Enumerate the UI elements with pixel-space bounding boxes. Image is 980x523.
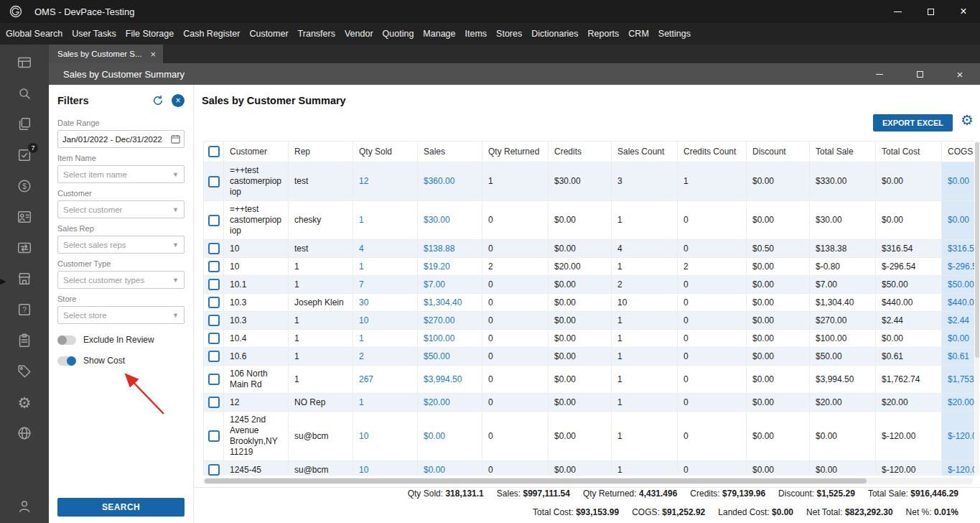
col-discount[interactable]: Discount	[747, 142, 810, 162]
menu-item-settings[interactable]: Settings	[658, 29, 691, 39]
cell-value[interactable]: 12	[359, 176, 368, 186]
col-sales-count[interactable]: Sales Count	[612, 142, 678, 162]
cell-value[interactable]: $0.00	[948, 176, 969, 186]
inner-close-button[interactable]: ×	[940, 63, 980, 85]
cell-value[interactable]: $0.00	[424, 431, 445, 441]
sidebar-item-user[interactable]	[17, 499, 32, 514]
cell-value[interactable]: $440.00	[948, 297, 974, 307]
cell-value[interactable]: 1	[359, 333, 364, 343]
row-checkbox[interactable]	[208, 464, 220, 476]
table-settings-gear-icon[interactable]: ⚙	[961, 113, 974, 127]
customer-type-select[interactable]: Select customer types ▼	[57, 271, 185, 289]
maximize-button[interactable]	[914, 0, 947, 23]
cell-value[interactable]: $0.61	[948, 351, 969, 361]
sidebar-item-tasks[interactable]: 7	[17, 147, 32, 163]
clear-filters-icon[interactable]: ×	[172, 94, 185, 107]
sidebar-item-contacts[interactable]	[17, 209, 32, 225]
col-customer[interactable]: Customer	[224, 142, 289, 162]
col-credits[interactable]: Credits	[549, 142, 612, 162]
cell-value[interactable]: 30	[359, 297, 368, 307]
sidebar-item-search[interactable]	[17, 85, 32, 101]
col-total-cost[interactable]: Total Cost	[876, 142, 942, 162]
menu-item-quoting[interactable]: Quoting	[383, 29, 414, 39]
cell-value[interactable]: $20.00	[424, 397, 450, 407]
row-checkbox[interactable]	[208, 176, 220, 188]
sidebar-item-help[interactable]: ?	[17, 302, 32, 318]
sidebar-item-sales[interactable]: $	[17, 178, 32, 194]
menu-item-transfers[interactable]: Transfers	[298, 29, 335, 39]
horizontal-scrollbar[interactable]	[203, 478, 973, 484]
sidebar-item-settings[interactable]: ⚙	[17, 394, 32, 410]
cell-value[interactable]: $0.00	[948, 215, 969, 225]
menu-item-vendor[interactable]: Vendor	[345, 29, 373, 39]
menu-item-customer[interactable]: Customer	[249, 29, 288, 39]
menu-item-crm[interactable]: CRM	[628, 29, 648, 39]
cell-value[interactable]: $0.00	[948, 333, 969, 343]
sidebar-item-tags[interactable]	[17, 364, 32, 379]
sidebar-item-dashboard[interactable]	[17, 55, 32, 70]
cell-value[interactable]: $-120.00	[948, 431, 974, 441]
row-checkbox[interactable]	[208, 297, 220, 308]
row-checkbox[interactable]	[208, 333, 220, 344]
menu-item-user-tasks[interactable]: User Tasks	[72, 29, 116, 39]
cell-value[interactable]: 4	[359, 244, 364, 254]
item-name-select[interactable]: Select item name ▼	[57, 165, 185, 183]
sales-rep-select[interactable]: Select sales reps ▼	[57, 236, 185, 254]
cell-value[interactable]: 10	[359, 431, 368, 441]
row-checkbox[interactable]	[208, 430, 220, 442]
cell-value[interactable]: 1	[359, 215, 364, 225]
cell-value[interactable]: 10	[359, 465, 368, 475]
sidebar-item-clipboard[interactable]	[17, 333, 32, 348]
menu-item-global-search[interactable]: Global Search	[6, 29, 62, 39]
show-cost-toggle[interactable]	[57, 356, 76, 366]
select-all-checkbox[interactable]	[208, 146, 220, 157]
col-credits-count[interactable]: Credits Count	[678, 142, 747, 162]
menu-item-items[interactable]: Items	[465, 29, 487, 39]
col-qty-sold[interactable]: Qty Sold	[353, 142, 418, 162]
exclude-in-review-toggle[interactable]	[57, 335, 76, 345]
row-checkbox[interactable]	[208, 243, 220, 254]
close-button[interactable]: ×	[947, 0, 980, 23]
date-range-input[interactable]	[57, 130, 185, 148]
cell-value[interactable]: 2	[359, 351, 364, 361]
cell-value[interactable]: $50.00	[948, 279, 974, 290]
scrollbar-thumb[interactable]	[975, 142, 979, 358]
tab-sales-by-customer-summary[interactable]: Sales by Customer S... ×	[49, 45, 163, 63]
col-qty-returned[interactable]: Qty Returned	[482, 142, 549, 162]
menu-item-manage[interactable]: Manage	[423, 29, 455, 39]
row-checkbox[interactable]	[208, 279, 220, 290]
inner-maximize-button[interactable]	[900, 63, 940, 85]
sidebar-expander-icon[interactable]: ▶	[0, 277, 6, 285]
col-cogs[interactable]: COGS	[942, 142, 975, 162]
cell-value[interactable]: $50.00	[424, 351, 450, 361]
search-button[interactable]: SEARCH	[57, 498, 185, 517]
cell-value[interactable]: $270.00	[424, 315, 454, 325]
row-checkbox[interactable]	[208, 374, 220, 385]
store-select[interactable]: Select store ▼	[57, 306, 185, 324]
cell-value[interactable]: $30.00	[424, 215, 450, 225]
col-rep[interactable]: Rep	[289, 142, 353, 162]
sidebar-item-transfers[interactable]	[17, 240, 32, 256]
minimize-button[interactable]	[881, 0, 914, 23]
row-checkbox[interactable]	[208, 397, 220, 408]
sidebar-item-store[interactable]	[17, 271, 32, 287]
cell-value[interactable]: $-296.54	[948, 262, 974, 272]
col-total-sale[interactable]: Total Sale	[810, 142, 876, 162]
tab-close-icon[interactable]: ×	[151, 50, 157, 59]
cell-value[interactable]: 1	[359, 262, 364, 272]
cell-value[interactable]: 267	[359, 374, 373, 384]
export-excel-button[interactable]: EXPORT EXCEL	[873, 114, 953, 131]
menu-item-dictionaries[interactable]: Dictionaries	[531, 29, 578, 39]
cell-value[interactable]: 10	[359, 315, 368, 325]
customer-select[interactable]: Select customer ▼	[57, 200, 185, 218]
menu-item-file-storage[interactable]: File Storage	[126, 29, 174, 39]
cell-value[interactable]: $7.00	[424, 279, 445, 290]
cell-value[interactable]: $3,994.50	[424, 374, 462, 384]
row-checkbox[interactable]	[208, 215, 220, 226]
sidebar-item-web[interactable]	[17, 425, 32, 441]
cell-value[interactable]: $138.88	[424, 244, 454, 254]
cell-value[interactable]: $20.00	[948, 397, 974, 407]
menu-item-stores[interactable]: Stores	[496, 29, 522, 39]
row-checkbox[interactable]	[208, 315, 220, 326]
cell-value[interactable]: $2.44	[948, 315, 969, 325]
